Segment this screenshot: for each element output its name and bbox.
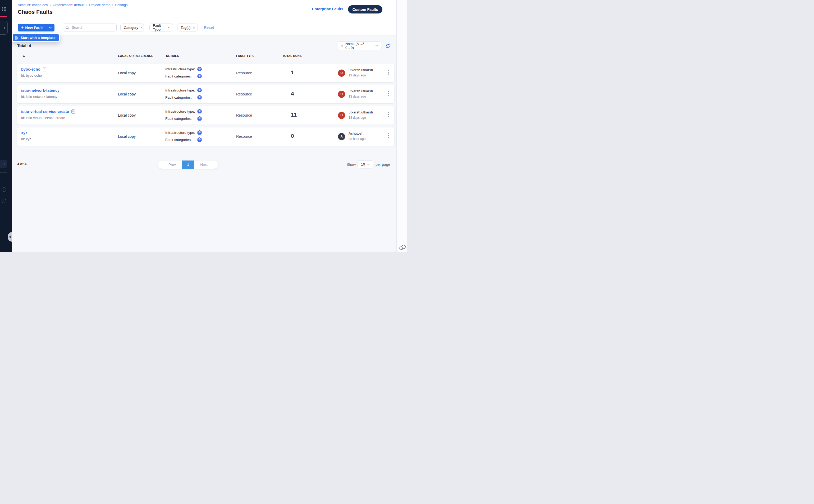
- breadcrumb-settings-link[interactable]: Settings: [115, 3, 127, 7]
- local-or-reference-value: Local copy: [118, 134, 136, 139]
- user-name: utkarsh.utkarsh: [349, 89, 373, 93]
- remove-filter-icon[interactable]: ×: [193, 26, 195, 30]
- details-cell: Infrastructure type: Fault categories: ☸…: [165, 64, 226, 82]
- fault-name-link[interactable]: byoc-echo: [21, 67, 40, 71]
- remove-filter-icon[interactable]: ×: [167, 26, 170, 30]
- filter-chip-category[interactable]: Category ×: [120, 24, 144, 31]
- filter-label: Fault Type: [153, 24, 165, 31]
- user-name: utkarsh.utkarsh: [349, 110, 373, 114]
- last-modified-cell: utkarsh.utkarsh 13 days ago: [349, 68, 373, 77]
- collapse-sidebar-handle[interactable]: [8, 232, 12, 242]
- table-row: byoc-echo Id: byoc-echo Local copy Infra…: [17, 64, 394, 82]
- col-local-or-reference: LOCAL OR REFERENCE: [118, 54, 153, 57]
- remove-filter-icon[interactable]: ×: [141, 26, 143, 30]
- filter-chip-fault-type[interactable]: Fault Type ×: [149, 24, 173, 31]
- fault-name-cell: istio-network-latency Id: istio-network-…: [21, 88, 60, 99]
- kebab-menu-icon[interactable]: [387, 112, 390, 118]
- pagination-prev-button[interactable]: ← Prev: [158, 161, 182, 169]
- sort-label: Name (A→Z, 0→9): [345, 42, 373, 50]
- total-runs-value: 11: [291, 112, 297, 118]
- details-cell: Infrastructure type: Fault categories: ☸…: [165, 85, 226, 103]
- filter-chip-tags[interactable]: Tag(s) ×: [177, 24, 198, 31]
- fault-name-link[interactable]: xyz: [21, 131, 27, 135]
- fault-name-link[interactable]: istio-virtual-service-create: [21, 109, 69, 114]
- col-fault-name[interactable]: FAULT NAME: [21, 54, 25, 57]
- left-nav-sidebar: › › i i: [0, 0, 12, 252]
- fault-name-cell: istio-virtual-service-create Id: istio-v…: [21, 109, 75, 120]
- modified-time: 13 days ago: [349, 74, 373, 77]
- search-input[interactable]: [71, 25, 112, 30]
- info-icon[interactable]: i: [2, 187, 6, 192]
- doc-outline-icon[interactable]: [71, 109, 75, 114]
- sidebar-divider: [0, 172, 7, 173]
- menu-item-start-with-template[interactable]: Start with a template: [13, 34, 59, 41]
- fault-name-cell: byoc-echo Id: byoc-echo: [21, 67, 46, 77]
- breadcrumb-separator: ›: [112, 3, 113, 7]
- sort-asc-icon: [23, 55, 25, 57]
- breadcrumb-separator: ›: [50, 3, 51, 7]
- custom-faults-button[interactable]: Custom Faults: [348, 5, 382, 13]
- new-fault-menu: Start with a template: [12, 33, 60, 42]
- fault-name-link[interactable]: istio-network-latency: [21, 88, 60, 93]
- main-content: Account: chaos-dev›Organization: default…: [12, 0, 407, 252]
- per-page-select[interactable]: 10: [358, 160, 373, 168]
- col-details: DETAILS: [166, 54, 179, 57]
- total-runs-value: 1: [291, 69, 294, 76]
- last-modified-cell: utkarsh.utkarsh 13 days ago: [349, 89, 373, 98]
- details-cell: Infrastructure type: Fault categories: ☸…: [165, 127, 226, 146]
- expand-panel-button[interactable]: ›: [0, 21, 8, 35]
- new-fault-dropdown-toggle[interactable]: [46, 24, 54, 31]
- last-modified-cell: utkarsh.utkarsh 13 days ago: [349, 110, 373, 120]
- per-page-label: per page: [376, 162, 390, 167]
- chat-support-icon[interactable]: [399, 243, 406, 251]
- expand-panel-blue-button[interactable]: ›: [0, 160, 7, 168]
- info-icon[interactable]: i: [2, 199, 6, 203]
- filter-label: Tag(s): [181, 26, 191, 30]
- avatar: U: [338, 91, 345, 98]
- kebab-menu-icon[interactable]: [387, 91, 390, 97]
- breadcrumb-org-link[interactable]: Organization: default: [53, 3, 84, 7]
- kubernetes-icon: ☸: [197, 137, 202, 142]
- pagination-page-1[interactable]: 1: [182, 161, 194, 169]
- breadcrumb-account-link[interactable]: Account: chaos-dev: [18, 3, 48, 7]
- chevron-down-icon: [49, 27, 52, 29]
- fault-categories-label: Fault categories:: [165, 95, 192, 99]
- breadcrumb: Account: chaos-dev›Organization: default…: [18, 3, 127, 7]
- user-name: utkarsh.utkarsh: [349, 68, 373, 72]
- total-count: Total: 4: [17, 43, 31, 48]
- total-runs-value: 4: [291, 90, 294, 97]
- avatar: U: [338, 70, 345, 77]
- menu-item-label: Start with a template: [21, 36, 56, 40]
- avatar: U: [338, 112, 345, 119]
- filter-label: Category: [124, 26, 138, 30]
- breadcrumb-project-link[interactable]: Project: demo: [89, 3, 110, 7]
- new-fault-split-button[interactable]: + New Fault: [18, 24, 54, 31]
- right-gutter: [396, 0, 407, 252]
- enterprise-faults-link[interactable]: Enterprise Faults: [312, 7, 343, 11]
- sort-direction-icon: ↑↓: [341, 44, 343, 48]
- refresh-icon[interactable]: [386, 43, 390, 48]
- kubernetes-icon: ☸: [197, 95, 202, 99]
- pagination-next-button[interactable]: Next →: [194, 161, 218, 169]
- kebab-menu-icon[interactable]: [387, 133, 390, 139]
- accent-underline: [0, 16, 7, 17]
- doc-outline-icon[interactable]: [43, 67, 46, 71]
- collapse-arrow-icon: [9, 236, 11, 238]
- template-icon: [15, 36, 19, 40]
- kubernetes-icon: ☸: [197, 116, 202, 121]
- title-band: Account: chaos-dev›Organization: default…: [12, 0, 396, 18]
- infra-type-label: Infrastructure type:: [165, 88, 195, 92]
- new-fault-button[interactable]: + New Fault: [18, 24, 46, 31]
- reset-filters-button[interactable]: Reset: [204, 25, 214, 30]
- modified-time: 13 days ago: [349, 95, 373, 98]
- fault-id: Id: byoc-echo: [21, 74, 46, 77]
- grid-menu-icon[interactable]: [2, 7, 6, 11]
- infra-type-label: Infrastructure type:: [165, 109, 195, 113]
- kubernetes-icon: ☸: [197, 88, 202, 92]
- col-fault-type: FAULT TYPE: [236, 54, 254, 57]
- search-box[interactable]: [63, 24, 117, 31]
- sort-dropdown[interactable]: ↑↓ Name (A→Z, 0→9): [338, 41, 381, 50]
- kebab-menu-icon[interactable]: [387, 70, 390, 75]
- local-or-reference-value: Local copy: [118, 113, 136, 117]
- table-row: istio-virtual-service-create Id: istio-v…: [17, 106, 394, 125]
